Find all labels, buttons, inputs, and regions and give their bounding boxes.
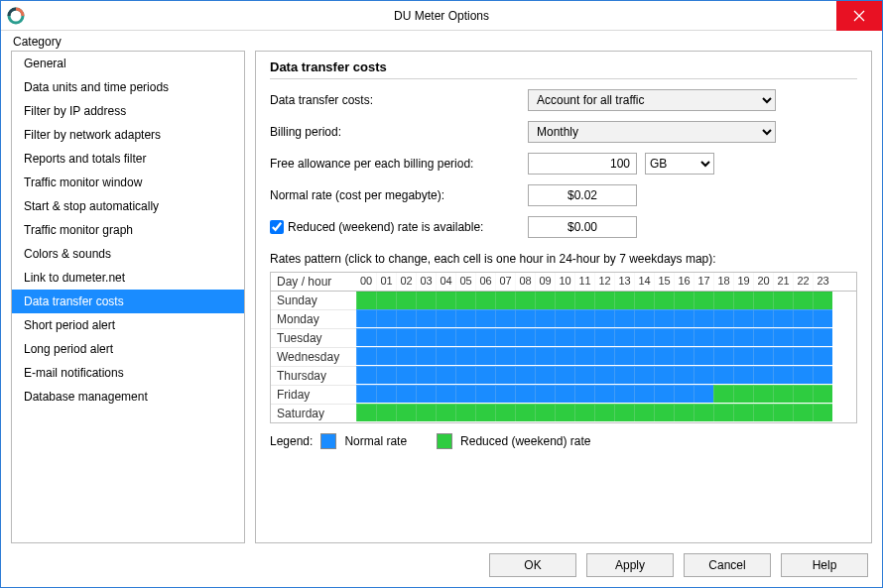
rate-cell[interactable] (495, 309, 515, 327)
rate-cell[interactable] (376, 309, 396, 327)
rate-cell[interactable] (436, 328, 455, 346)
rate-cell[interactable] (713, 385, 733, 403)
rate-cell[interactable] (594, 309, 614, 327)
rate-cell[interactable] (654, 292, 674, 309)
rate-cell[interactable] (813, 328, 832, 346)
rate-cell[interactable] (515, 385, 535, 403)
rate-cell[interactable] (793, 328, 813, 346)
rate-cell[interactable] (515, 292, 535, 309)
rate-cell[interactable] (813, 347, 832, 365)
rate-cell[interactable] (674, 292, 694, 309)
rate-cell[interactable] (614, 328, 634, 346)
rate-cell[interactable] (495, 292, 515, 309)
rate-cell[interactable] (713, 309, 733, 327)
rate-cell[interactable] (654, 366, 674, 384)
rate-cell[interactable] (614, 347, 634, 365)
rate-cell[interactable] (356, 292, 376, 309)
rate-cell[interactable] (574, 328, 594, 346)
rate-cell[interactable] (674, 328, 694, 346)
rate-cell[interactable] (793, 404, 813, 421)
rate-cell[interactable] (773, 309, 793, 327)
rate-cell[interactable] (674, 385, 694, 403)
rate-cell[interactable] (535, 404, 555, 421)
rate-cell[interactable] (773, 328, 793, 346)
rate-cell[interactable] (555, 309, 574, 327)
rate-cell[interactable] (416, 309, 436, 327)
rate-cell[interactable] (555, 347, 574, 365)
rate-cell[interactable] (356, 404, 376, 421)
rate-cell[interactable] (555, 292, 574, 309)
rate-cell[interactable] (713, 328, 733, 346)
sidebar-item[interactable]: General (12, 52, 244, 75)
rate-cell[interactable] (376, 328, 396, 346)
rate-cell[interactable] (654, 347, 674, 365)
rate-cell[interactable] (654, 328, 674, 346)
rate-cell[interactable] (733, 292, 753, 309)
rate-cell[interactable] (694, 309, 713, 327)
rate-cell[interactable] (694, 347, 713, 365)
rate-cell[interactable] (416, 366, 436, 384)
rate-cell[interactable] (773, 292, 793, 309)
rate-cell[interactable] (634, 347, 654, 365)
rate-cell[interactable] (376, 385, 396, 403)
rate-cell[interactable] (813, 404, 832, 421)
rate-cell[interactable] (634, 309, 654, 327)
rate-cell[interactable] (475, 404, 495, 421)
rate-cell[interactable] (614, 385, 634, 403)
rate-cell[interactable] (455, 309, 475, 327)
rate-cell[interactable] (694, 385, 713, 403)
rate-cell[interactable] (594, 347, 614, 365)
sidebar-item[interactable]: Traffic monitor graph (12, 218, 244, 242)
rate-cell[interactable] (515, 347, 535, 365)
rate-cell[interactable] (356, 347, 376, 365)
rate-cell[interactable] (713, 404, 733, 421)
rate-cell[interactable] (594, 385, 614, 403)
rate-cell[interactable] (475, 309, 495, 327)
rate-cell[interactable] (773, 347, 793, 365)
rates-pattern-grid[interactable]: Day / hour000102030405060708091011121314… (270, 272, 857, 423)
rate-cell[interactable] (753, 404, 773, 421)
rate-cell[interactable] (416, 404, 436, 421)
rate-cell[interactable] (574, 347, 594, 365)
rate-cell[interactable] (813, 385, 832, 403)
help-button[interactable]: Help (781, 553, 868, 577)
rate-cell[interactable] (396, 404, 416, 421)
rate-cell[interactable] (614, 292, 634, 309)
rate-cell[interactable] (634, 292, 654, 309)
rate-cell[interactable] (594, 366, 614, 384)
rate-cell[interactable] (713, 366, 733, 384)
input-reduced-rate[interactable] (528, 216, 637, 238)
rate-cell[interactable] (574, 385, 594, 403)
rate-cell[interactable] (356, 366, 376, 384)
sidebar-item[interactable]: Colors & sounds (12, 242, 244, 266)
rate-cell[interactable] (376, 347, 396, 365)
rate-cell[interactable] (713, 347, 733, 365)
sidebar-item[interactable]: Long period alert (12, 337, 244, 361)
rate-cell[interactable] (455, 385, 475, 403)
rate-cell[interactable] (396, 385, 416, 403)
rate-cell[interactable] (455, 366, 475, 384)
input-normal-rate[interactable] (528, 184, 637, 206)
rate-cell[interactable] (733, 404, 753, 421)
ok-button[interactable]: OK (489, 553, 576, 577)
rate-cell[interactable] (634, 366, 654, 384)
rate-cell[interactable] (376, 292, 396, 309)
sidebar-item[interactable]: Filter by network adapters (12, 123, 244, 147)
rate-cell[interactable] (376, 366, 396, 384)
sidebar-item[interactable]: Reports and totals filter (12, 147, 244, 171)
rate-cell[interactable] (495, 347, 515, 365)
rate-cell[interactable] (753, 328, 773, 346)
rate-cell[interactable] (416, 347, 436, 365)
rate-cell[interactable] (674, 347, 694, 365)
rate-cell[interactable] (495, 366, 515, 384)
rate-cell[interactable] (535, 366, 555, 384)
rate-cell[interactable] (535, 309, 555, 327)
apply-button[interactable]: Apply (586, 553, 674, 577)
rate-cell[interactable] (475, 347, 495, 365)
rate-cell[interactable] (475, 328, 495, 346)
select-billing-period[interactable]: Monthly (528, 121, 776, 143)
rate-cell[interactable] (694, 292, 713, 309)
rate-cell[interactable] (436, 292, 455, 309)
rate-cell[interactable] (376, 404, 396, 421)
checkbox-reduced-rate[interactable] (270, 220, 284, 234)
